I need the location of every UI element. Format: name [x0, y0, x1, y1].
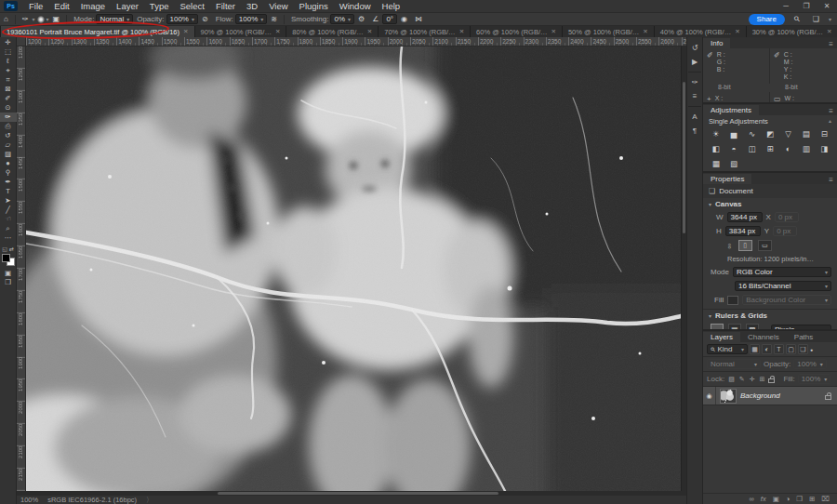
screen-mode-button[interactable]: ❐	[0, 278, 17, 287]
paragraph-panel-icon[interactable]: ¶	[686, 124, 703, 138]
frame-tool[interactable]: ⊠	[0, 85, 17, 94]
toggle-brush-panel-icon[interactable]: ▣	[49, 15, 64, 23]
close-tab-icon[interactable]: ✕	[551, 28, 555, 35]
brushes-panel-icon[interactable]: ≡	[686, 89, 703, 103]
tab-document[interactable]: 80% @ 100% (RGB/… ✕	[286, 26, 379, 37]
canvas-section-title[interactable]: Canvas	[715, 200, 741, 208]
color-lookup-icon[interactable]: ⊞	[761, 142, 778, 154]
brush-preset-icon[interactable]: ✑	[19, 15, 33, 23]
quick-mask-button[interactable]: ▣	[0, 269, 17, 278]
tab-active-document[interactable]: 19360101 Portrait Bruce Margaret.tif @ 1…	[1, 26, 195, 37]
move-tool[interactable]: ✛	[0, 38, 17, 47]
chevron-down-icon[interactable]: ▾	[829, 16, 831, 22]
lock-artboard-icon[interactable]: ⊞	[759, 376, 766, 383]
minimize-icon[interactable]: ─	[776, 2, 796, 10]
close-tab-icon[interactable]: ✕	[183, 28, 188, 35]
search-icon[interactable]: ⚲	[790, 11, 804, 26]
tab-info[interactable]: Info	[703, 38, 730, 48]
horizontal-ruler[interactable]: 1200125013001350140014501500155016001650…	[26, 37, 686, 46]
menu-item[interactable]: Plugins	[294, 1, 334, 11]
vertical-scrollbar[interactable]	[681, 46, 686, 491]
tab-document[interactable]: 60% @ 100% (RGB/… ✕	[471, 26, 563, 37]
vibrance-icon[interactable]: ▽	[779, 127, 797, 139]
lock-position-icon[interactable]: ✛	[749, 376, 756, 383]
link-layers-icon[interactable]: ∞	[749, 495, 753, 503]
tab-document[interactable]: 70% @ 100% (RGB/… ✕	[379, 26, 471, 37]
new-group-icon[interactable]: ❐	[796, 495, 803, 503]
layer-opacity-input[interactable]: 100% ▾	[793, 359, 826, 369]
menu-item[interactable]: View	[263, 1, 293, 11]
type-tool[interactable]: T	[0, 187, 17, 196]
smoothing-gear-icon[interactable]: ⚙	[354, 15, 368, 23]
menu-item[interactable]: 3D	[241, 1, 263, 11]
menu-item[interactable]: Layer	[111, 1, 144, 11]
color-mode-select[interactable]: RGB Color ▾	[733, 267, 831, 277]
hand-tool[interactable]: ☜	[0, 215, 17, 224]
status-zoom-level[interactable]: 100%	[20, 496, 38, 504]
menu-item[interactable]: Help	[377, 1, 406, 11]
gradient-tool[interactable]: ▨	[0, 150, 17, 159]
eraser-tool[interactable]: ▱	[0, 140, 17, 150]
new-adjustment-layer-icon[interactable]: ◑	[786, 495, 790, 503]
blend-mode-select[interactable]: Normal ▾	[707, 359, 761, 369]
levels-icon[interactable]: ▅	[724, 127, 742, 139]
toggle-rulers-button[interactable]: ⌐	[711, 324, 724, 331]
delete-layer-icon[interactable]: ⌧	[821, 495, 830, 503]
filter-type-layers-icon[interactable]: T	[774, 344, 784, 354]
layers-panel-tab[interactable]: Paths	[787, 332, 820, 342]
filter-shape-layers-icon[interactable]: ▢	[786, 344, 796, 354]
menu-item[interactable]: Window	[334, 1, 377, 11]
symmetry-icon[interactable]: ⋈	[411, 15, 426, 23]
rulers-grids-section-title[interactable]: Rulers & Grids	[715, 312, 767, 320]
zoom-tool[interactable]: ⌕	[0, 224, 17, 233]
close-icon[interactable]: ✕	[817, 2, 837, 10]
invert-icon[interactable]: ◐	[779, 142, 797, 154]
ruler-corner[interactable]	[17, 37, 26, 46]
width-input[interactable]: 3644 px	[727, 212, 763, 222]
black-and-white-icon[interactable]: ◧	[707, 142, 724, 154]
layer-thumbnail[interactable]	[720, 389, 737, 404]
pen-tool[interactable]: ✒	[0, 178, 17, 187]
close-tab-icon[interactable]: ✕	[735, 28, 739, 35]
scroll-up-icon[interactable]: ▴	[829, 117, 831, 126]
chevron-down-icon[interactable]: ▾	[709, 312, 711, 319]
brush-settings-panel-icon[interactable]: ✑	[686, 75, 703, 89]
object-selection-tool[interactable]: ⌖	[0, 66, 17, 75]
exposure-icon[interactable]: ◩	[761, 127, 778, 139]
link-dimensions-icon[interactable]: ∞	[725, 243, 734, 248]
menu-item[interactable]: Filter	[210, 1, 241, 11]
opacity-select[interactable]: 100% ▾	[166, 14, 198, 24]
cmyk-bit-depth[interactable]: 8-bit	[770, 84, 837, 92]
lock-transparency-icon[interactable]: ▨	[727, 376, 736, 383]
layer-locked-icon[interactable]	[825, 395, 831, 400]
rgb-bit-depth[interactable]: 8-bit	[703, 84, 770, 92]
photo-filter-icon[interactable]: ◓	[724, 142, 742, 154]
workspace-icon[interactable]: ❏	[809, 15, 823, 23]
height-input[interactable]: 3834 px	[725, 226, 761, 236]
foreground-color[interactable]	[2, 254, 10, 262]
gradient-map-icon[interactable]: ▦	[707, 157, 724, 169]
share-button[interactable]: Share	[749, 14, 785, 25]
brush-angle-input[interactable]: 0°	[382, 14, 397, 24]
tab-adjustments[interactable]: Adjustments	[703, 105, 759, 115]
filter-toggle-icon[interactable]: ●	[810, 347, 813, 352]
marquee-tool[interactable]: ⬚	[0, 47, 17, 57]
tab-document[interactable]: 40% @ 100% (RGB/… ✕	[655, 26, 747, 37]
chevron-down-icon[interactable]: ▾	[33, 16, 35, 22]
layers-panel-tab[interactable]: Channels	[740, 332, 787, 342]
bit-depth-select[interactable]: 16 Bits/Channel ▾	[735, 281, 831, 291]
pressure-opacity-icon[interactable]: ⊘	[198, 15, 212, 23]
menu-item[interactable]: File	[23, 1, 48, 11]
layer-filter-kind-select[interactable]: ⚲ Kind ▾	[707, 344, 748, 354]
panel-menu-icon[interactable]: ≡	[825, 40, 837, 48]
tab-document[interactable]: 30% @ 100% (RGB/… ✕	[747, 26, 837, 37]
filter-pixel-layers-icon[interactable]: ▦	[750, 344, 760, 354]
fill-swatch[interactable]	[727, 296, 738, 305]
stamp-tool[interactable]: ⎙	[0, 122, 17, 131]
history-brush-tool[interactable]: ↺	[0, 131, 17, 140]
airbrush-icon[interactable]: ≋	[267, 15, 281, 23]
tab-properties[interactable]: Properties	[703, 174, 751, 184]
panel-menu-icon[interactable]: ≡	[825, 176, 837, 184]
pressure-size-icon[interactable]: ◉	[397, 15, 411, 23]
history-panel-icon[interactable]: ↺	[686, 41, 703, 55]
